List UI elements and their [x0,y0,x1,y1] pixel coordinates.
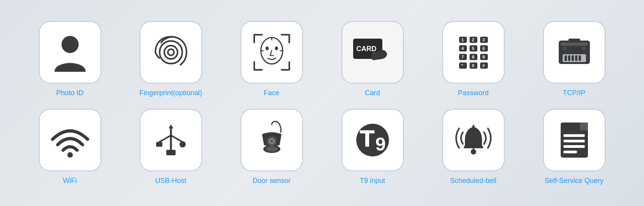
t9-label: T9 input [360,177,385,185]
features-grid: Photo ID [0,5,644,201]
svg-rect-39 [575,55,577,61]
svg-text:*: * [461,63,463,68]
query-icon-box [543,109,605,171]
feature-self-service: Self-Service Query [528,109,621,185]
self-service-label: Self-Service Query [545,177,604,185]
usb-icon [148,121,194,160]
svg-rect-40 [579,55,581,61]
svg-rect-36 [565,55,567,61]
svg-line-47 [159,135,171,142]
photo-id-label: Photo ID [56,89,83,97]
card-label: Card [365,89,380,97]
svg-text:2: 2 [472,37,474,42]
svg-rect-49 [156,142,162,147]
keypad-icon: 1 2 3 4 5 6 7 8 9 * 0 # [452,31,495,74]
svg-point-4 [275,46,278,50]
svg-point-1 [168,49,174,55]
tcpip-label: TCP/IP [563,89,585,97]
svg-point-43 [563,46,567,50]
feature-password: 1 2 3 4 5 6 7 8 9 * 0 # Password [427,21,520,97]
feature-usb: USB-Host [124,109,217,185]
svg-point-3 [266,46,269,50]
wifi-icon-box [39,109,101,171]
feature-tcpip: TCP/IP [528,21,621,97]
svg-text:3: 3 [482,37,485,42]
svg-rect-66 [580,123,588,130]
photo-id-icon-box [39,21,101,83]
svg-rect-37 [568,55,570,61]
svg-text:5: 5 [472,46,474,51]
door-sensor-icon-box [241,109,303,171]
face-icon-box [241,21,303,83]
svg-rect-38 [572,55,574,61]
fingerprint-label: Fingerprint(optional) [139,89,202,97]
svg-text:4: 4 [461,46,464,51]
feature-fingerprint: Fingerprint(optional) [124,21,217,97]
svg-line-48 [171,135,183,142]
password-icon-box: 1 2 3 4 5 6 7 8 9 * 0 # [442,21,505,83]
fingerprint-icon [150,31,192,74]
t9-icon: 9 [351,119,394,162]
card-icon: CARD [349,31,396,74]
svg-text:1: 1 [461,37,464,42]
svg-text:9: 9 [375,134,386,154]
feature-card: CARD Card [326,21,419,97]
usb-icon-box [140,109,202,171]
face-scan-icon [248,29,295,76]
document-list-icon [555,119,594,162]
bell-icon-box [442,109,505,171]
svg-text:8: 8 [472,55,474,59]
feature-scheduled-bell: Scheduled-bell [427,109,520,185]
svg-rect-68 [563,140,585,142]
svg-rect-70 [563,151,577,153]
svg-rect-41 [561,43,588,46]
svg-rect-62 [464,146,483,148]
svg-rect-67 [563,134,585,137]
svg-point-54 [266,146,278,152]
bell-label: Scheduled-bell [450,177,496,185]
face-label: Face [264,89,279,97]
t9-icon-box: 9 [341,109,404,171]
svg-rect-51 [166,150,176,155]
network-port-icon [551,33,598,72]
svg-text:0: 0 [472,63,474,68]
svg-rect-60 [365,130,369,147]
svg-text:CARD: CARD [356,45,377,53]
svg-point-44 [582,46,586,50]
feature-face: Face [225,21,318,97]
door-sensor-label: Door sensor [252,177,290,185]
wifi-icon [49,121,91,160]
svg-point-0 [62,36,79,53]
card-icon-box: CARD [341,21,404,83]
svg-point-45 [67,152,73,158]
svg-text:#: # [482,63,485,68]
usb-label: USB-Host [155,177,186,185]
svg-rect-42 [568,39,580,42]
feature-photo-id: Photo ID [23,21,116,97]
tcpip-icon-box [543,21,605,83]
svg-text:9: 9 [482,55,485,59]
svg-rect-69 [563,145,585,148]
person-icon [51,31,90,74]
svg-text:7: 7 [461,55,464,59]
password-label: Password [458,89,489,97]
door-sensor-icon [250,119,293,162]
feature-door-sensor: Door sensor [225,109,318,185]
bell-icon [452,119,495,162]
fingerprint-icon-box [140,21,202,83]
svg-text:6: 6 [482,46,485,51]
feature-wifi: WiFi [23,109,116,185]
svg-point-57 [271,140,273,142]
svg-point-52 [154,151,157,154]
wifi-label: WiFi [63,177,77,185]
svg-point-50 [179,141,186,147]
feature-t9: 9 T9 input [326,109,419,185]
